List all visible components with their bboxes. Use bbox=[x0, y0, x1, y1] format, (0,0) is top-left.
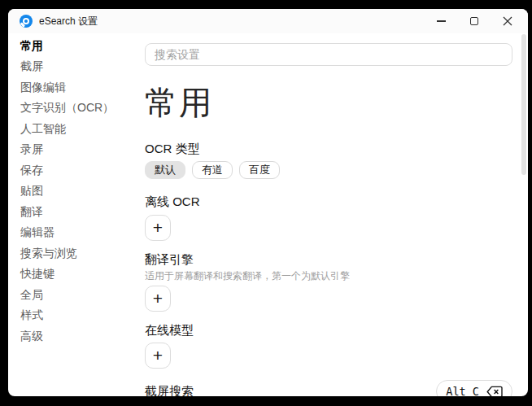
screenshot-search-row: 截屏搜索 Alt C bbox=[145, 380, 512, 396]
sidebar-item-ai[interactable]: 人工智能 bbox=[20, 119, 145, 140]
online-model-label: 在线模型 bbox=[145, 323, 512, 338]
window-title: eSearch 设置 bbox=[39, 15, 98, 28]
window-content: 常用 截屏 图像编辑 文字识别（OCR） 人工智能 录屏 保存 贴图 翻译 编辑… bbox=[8, 33, 528, 396]
plus-icon: + bbox=[153, 347, 163, 364]
settings-main: 常用 OCR 类型 默认 有道 百度 离线 OCR + 翻译引擎 适用于屏幕翻译… bbox=[145, 33, 528, 396]
maximize-button[interactable] bbox=[469, 15, 480, 27]
translate-engine-label: 翻译引擎 bbox=[145, 252, 512, 267]
plus-icon: + bbox=[153, 219, 163, 236]
screenshot-search-shortcut[interactable]: Alt C bbox=[436, 380, 512, 396]
window-controls bbox=[435, 15, 513, 27]
page-title: 常用 bbox=[145, 82, 512, 123]
sidebar-item-advanced[interactable]: 高级 bbox=[20, 326, 145, 347]
add-offline-ocr-button[interactable]: + bbox=[145, 215, 171, 241]
translate-engine-description: 适用于屏幕翻译和搜索翻译，第一个为默认引擎 bbox=[145, 271, 512, 282]
sidebar-item-global[interactable]: 全局 bbox=[20, 285, 145, 306]
sidebar-item-search-browse[interactable]: 搜索与浏览 bbox=[20, 243, 145, 264]
plus-icon: + bbox=[153, 290, 163, 307]
close-icon bbox=[503, 16, 512, 26]
minimize-button[interactable] bbox=[435, 15, 447, 27]
sidebar-item-save[interactable]: 保存 bbox=[20, 160, 145, 181]
search-input[interactable] bbox=[145, 43, 512, 66]
sidebar-item-style[interactable]: 样式 bbox=[20, 306, 145, 327]
sidebar-item-editor[interactable]: 编辑器 bbox=[20, 223, 145, 244]
sidebar-item-ocr[interactable]: 文字识别（OCR） bbox=[20, 98, 145, 120]
titlebar[interactable]: eSearch 设置 bbox=[8, 9, 528, 33]
close-button[interactable] bbox=[502, 15, 513, 27]
ocr-type-options: 默认 有道 百度 bbox=[145, 161, 512, 179]
ocr-type-label: OCR 类型 bbox=[145, 142, 512, 156]
minimize-icon bbox=[437, 20, 446, 21]
settings-sidebar: 常用 截屏 图像编辑 文字识别（OCR） 人工智能 录屏 保存 贴图 翻译 编辑… bbox=[8, 33, 145, 396]
ocr-option-baidu[interactable]: 百度 bbox=[239, 161, 280, 179]
settings-window: eSearch 设置 常用 截屏 图像编辑 文字识别（OCR） 人工智能 录屏 … bbox=[8, 9, 528, 396]
add-translate-engine-button[interactable]: + bbox=[145, 286, 171, 312]
add-online-model-button[interactable]: + bbox=[145, 343, 171, 369]
shortcut-keys: Alt C bbox=[446, 385, 479, 396]
sidebar-item-hotkeys[interactable]: 快捷键 bbox=[20, 264, 145, 286]
offline-ocr-label: 离线 OCR bbox=[145, 194, 512, 209]
sidebar-item-common[interactable]: 常用 bbox=[20, 36, 145, 57]
scrollbar-thumb[interactable] bbox=[521, 34, 526, 175]
screenshot-search-label: 截屏搜索 bbox=[145, 384, 194, 396]
sidebar-item-pin-image[interactable]: 贴图 bbox=[20, 181, 145, 203]
sidebar-item-translate[interactable]: 翻译 bbox=[20, 202, 145, 223]
ocr-option-youdao[interactable]: 有道 bbox=[192, 161, 233, 179]
sidebar-item-screenshot[interactable]: 截屏 bbox=[20, 57, 145, 78]
ocr-option-default[interactable]: 默认 bbox=[145, 161, 185, 179]
backspace-icon[interactable] bbox=[486, 386, 503, 397]
sidebar-item-image-edit[interactable]: 图像编辑 bbox=[20, 77, 145, 98]
sidebar-item-screen-record[interactable]: 录屏 bbox=[20, 140, 145, 161]
maximize-icon bbox=[470, 17, 478, 25]
esearch-app-icon bbox=[20, 15, 33, 28]
